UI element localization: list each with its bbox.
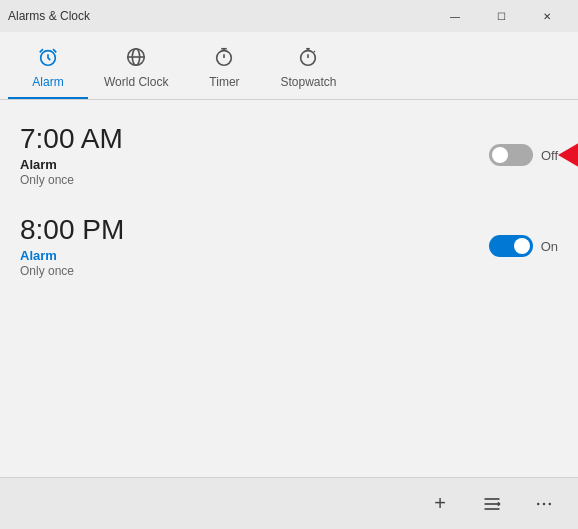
bottom-toolbar: + bbox=[0, 477, 578, 529]
alarm-info-1: 7:00 AM Alarm Only once bbox=[20, 124, 489, 187]
minimize-button[interactable]: — bbox=[432, 0, 478, 32]
more-options-button[interactable] bbox=[522, 482, 566, 526]
red-arrow-annotation bbox=[558, 141, 578, 169]
svg-point-8 bbox=[537, 502, 540, 505]
alarm-tab-icon bbox=[37, 46, 59, 71]
alarm-toggle-2[interactable] bbox=[489, 235, 533, 257]
arrow-head-icon bbox=[558, 141, 578, 169]
svg-point-10 bbox=[549, 502, 552, 505]
tab-stopwatch[interactable]: Stopwatch bbox=[264, 40, 352, 99]
alarm-repeat-1: Only once bbox=[20, 173, 489, 187]
alarm-item-2: 8:00 PM Alarm Only once On bbox=[20, 215, 558, 278]
toggle-label-1: Off bbox=[541, 148, 558, 163]
tab-alarm-label: Alarm bbox=[32, 75, 63, 89]
tab-timer[interactable]: Timer bbox=[184, 40, 264, 99]
alarm-toggle-1[interactable] bbox=[489, 144, 533, 166]
stopwatch-tab-icon bbox=[297, 46, 319, 71]
list-view-button[interactable] bbox=[470, 482, 514, 526]
toggle-thumb-1 bbox=[492, 147, 508, 163]
toggle-thumb-2 bbox=[514, 238, 530, 254]
window-controls: — ☐ ✕ bbox=[432, 0, 570, 32]
alarm-repeat-2: Only once bbox=[20, 264, 489, 278]
titlebar: Alarms & Clock — ☐ ✕ bbox=[0, 0, 578, 32]
app-title: Alarms & Clock bbox=[8, 9, 432, 23]
alarm-label-1: Alarm bbox=[20, 157, 489, 172]
alarm-info-2: 8:00 PM Alarm Only once bbox=[20, 215, 489, 278]
toggle-track-2 bbox=[489, 235, 533, 257]
list-icon bbox=[482, 494, 502, 514]
alarm-label-2: Alarm bbox=[20, 248, 489, 263]
maximize-button[interactable]: ☐ bbox=[478, 0, 524, 32]
alarm-item-1: 7:00 AM Alarm Only once Off bbox=[20, 124, 558, 187]
tabbar: Alarm World Clock Timer bbox=[0, 32, 578, 100]
alarm-toggle-area-2[interactable]: On bbox=[489, 235, 558, 257]
timer-tab-icon bbox=[213, 46, 235, 71]
alarm-time-2: 8:00 PM bbox=[20, 215, 489, 246]
main-content: 7:00 AM Alarm Only once Off 8:00 PM bbox=[0, 100, 578, 477]
toggle-track-1 bbox=[489, 144, 533, 166]
svg-point-9 bbox=[543, 502, 546, 505]
toggle-label-2: On bbox=[541, 239, 558, 254]
more-icon bbox=[534, 494, 554, 514]
tab-world-clock[interactable]: World Clock bbox=[88, 40, 184, 99]
alarm-toggle-area-1[interactable]: Off bbox=[489, 144, 558, 166]
add-alarm-button[interactable]: + bbox=[418, 482, 462, 526]
alarm-time-1: 7:00 AM bbox=[20, 124, 489, 155]
tab-stopwatch-label: Stopwatch bbox=[280, 75, 336, 89]
tab-alarm[interactable]: Alarm bbox=[8, 40, 88, 99]
tab-timer-label: Timer bbox=[209, 75, 239, 89]
world-clock-tab-icon bbox=[125, 46, 147, 71]
close-button[interactable]: ✕ bbox=[524, 0, 570, 32]
tab-world-clock-label: World Clock bbox=[104, 75, 168, 89]
